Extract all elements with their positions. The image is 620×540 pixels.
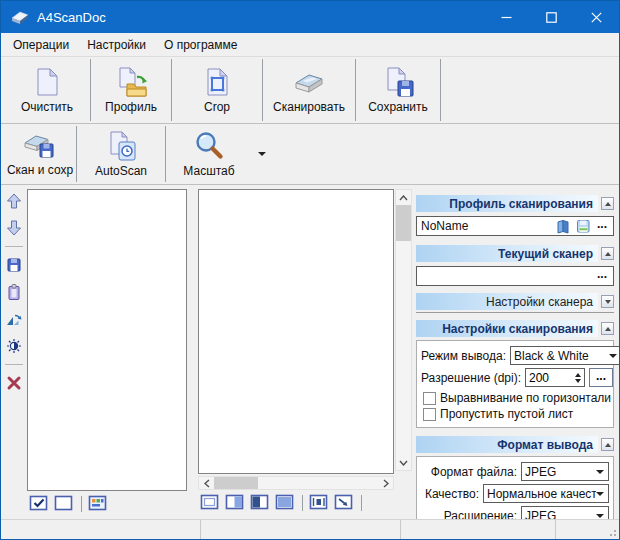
file-format-combo[interactable]: JPEG: [521, 462, 609, 481]
toolbar-secondary: Скан и сохр AutoScan Масштаб: [1, 124, 619, 185]
settings-panel: Профиль сканирования NoName ...: [416, 189, 619, 519]
open-profile-button[interactable]: [555, 218, 571, 234]
scan-settings-collapse-button[interactable]: [601, 322, 614, 335]
rotate-image-button[interactable]: [5, 310, 23, 328]
current-scanner-browse-button[interactable]: ...: [595, 267, 613, 285]
save-profile-button[interactable]: [575, 218, 591, 234]
scan-profile-field[interactable]: NoName ...: [416, 216, 614, 236]
minimize-button[interactable]: [484, 1, 529, 33]
zoom-selection-button[interactable]: [309, 494, 329, 511]
chevron-up-icon: [399, 195, 408, 201]
collapse-icon: [605, 327, 611, 331]
crop-button[interactable]: Crop: [172, 57, 262, 123]
scroll-up-button[interactable]: [396, 190, 411, 205]
align-horizontal-row: Выравнивание по горизонтали: [421, 391, 609, 405]
profile-label: Профиль: [105, 100, 157, 114]
output-format-collapse-button[interactable]: [601, 438, 614, 451]
zoom-actual-size-button[interactable]: [200, 494, 220, 511]
file-format-label: Формат файла:: [421, 465, 521, 479]
horizontal-scrollbar[interactable]: [198, 476, 394, 490]
close-button[interactable]: [574, 1, 619, 33]
current-scanner-strip: Текущий сканер: [416, 245, 598, 262]
resolution-browse-button[interactable]: ...: [589, 368, 613, 387]
horizontal-scroll-track[interactable]: [258, 477, 378, 489]
scan-profile-title: Профиль сканирования: [449, 197, 593, 211]
pages-pane: [27, 189, 187, 519]
toolbar-separator: [440, 59, 441, 121]
resolution-spinner[interactable]: 200: [525, 368, 585, 387]
scan-and-save-button[interactable]: Скан и сохр: [4, 124, 76, 184]
zoom-fit-height-button[interactable]: [250, 494, 270, 511]
window-title: A4ScanDoc: [37, 10, 484, 25]
vertical-scroll-thumb[interactable]: [396, 205, 411, 241]
align-horizontal-checkbox[interactable]: [423, 392, 436, 405]
collapse-icon: [605, 202, 611, 206]
scan-save-icon: [23, 131, 57, 161]
save-button[interactable]: Сохранить: [356, 57, 440, 123]
preview-pane: [198, 189, 394, 519]
page-list-canvas[interactable]: [27, 189, 187, 491]
zoom-button[interactable]: Масштаб: [166, 124, 252, 184]
vertical-scroll-track[interactable]: [396, 241, 411, 455]
thumbnails-view-button[interactable]: [88, 495, 108, 512]
page-up-button[interactable]: [5, 192, 23, 210]
status-bar: [1, 519, 619, 539]
save-label: Сохранить: [368, 100, 428, 114]
horizontal-scroll-thumb[interactable]: [214, 477, 258, 489]
output-format-header: Формат вывода: [416, 436, 614, 453]
spinner-arrows[interactable]: [573, 373, 584, 383]
scan-button[interactable]: Сканировать: [263, 57, 355, 123]
profile-button[interactable]: Профиль: [91, 57, 171, 123]
zoom-fit-page-button[interactable]: [275, 494, 295, 511]
save-page-icon: [382, 66, 414, 98]
skip-blank-checkbox[interactable]: [423, 408, 436, 421]
delete-page-button[interactable]: [5, 374, 23, 392]
zoom-fit-width-button[interactable]: [225, 494, 245, 511]
menu-settings[interactable]: Настройки: [78, 35, 155, 55]
menubar: Операции Настройки О программе: [1, 33, 619, 57]
save-image-button[interactable]: [5, 256, 23, 274]
output-format-title: Формат вывода: [497, 438, 593, 452]
collapse-icon: [605, 443, 611, 447]
zoom-mode-button-row: [198, 494, 394, 511]
scan-profile-browse-button[interactable]: ...: [595, 217, 613, 235]
scroll-left-button[interactable]: [199, 477, 214, 489]
autoscan-button[interactable]: AutoScan: [77, 124, 165, 184]
skip-blank-label: Пропустить пустой лист: [440, 407, 573, 421]
minimize-icon: [501, 12, 512, 23]
chevron-down-icon: [596, 492, 604, 496]
spin-up-icon: [575, 373, 581, 377]
vertical-scrollbar[interactable]: [395, 189, 412, 471]
clear-button[interactable]: Очистить: [4, 57, 90, 123]
scan-profile-collapse-button[interactable]: [601, 197, 614, 210]
output-format-group: Формат файла: JPEG Качество: Нормальное …: [416, 456, 614, 519]
zoom-dropdown-button[interactable]: [252, 124, 272, 184]
zoom-to-region-button[interactable]: [334, 494, 354, 511]
left-toolbar: [1, 189, 27, 519]
deselect-all-button[interactable]: [54, 495, 74, 512]
current-scanner-field[interactable]: ...: [416, 266, 614, 286]
scanner-settings-expand-button[interactable]: [601, 295, 614, 308]
paste-clipboard-button[interactable]: [5, 283, 23, 301]
current-scanner-collapse-button[interactable]: [601, 247, 614, 260]
select-all-button[interactable]: [29, 495, 49, 512]
status-segment: [1, 520, 201, 539]
maximize-button[interactable]: [529, 1, 574, 33]
app-icon: [9, 6, 31, 28]
extension-combo[interactable]: JPEG: [521, 506, 609, 519]
preview-canvas[interactable]: [198, 189, 394, 474]
output-mode-combo[interactable]: Black & White: [510, 346, 619, 365]
resize-grip[interactable]: [607, 527, 617, 537]
scan-settings-header: Настройки сканирования: [416, 320, 614, 337]
resolution-row: Разрешение (dpi): 200 ...: [421, 368, 609, 387]
status-segment: [201, 520, 401, 539]
scroll-right-button[interactable]: [378, 477, 393, 489]
scroll-down-button[interactable]: [396, 455, 411, 470]
crop-label: Crop: [204, 100, 230, 114]
quality-combo[interactable]: Нормальное качество: [483, 484, 609, 503]
quality-value: Нормальное качество: [484, 487, 596, 501]
menu-about[interactable]: О программе: [155, 35, 246, 55]
brightness-contrast-button[interactable]: [5, 337, 23, 355]
page-down-button[interactable]: [5, 219, 23, 237]
menu-operations[interactable]: Операции: [4, 35, 78, 55]
